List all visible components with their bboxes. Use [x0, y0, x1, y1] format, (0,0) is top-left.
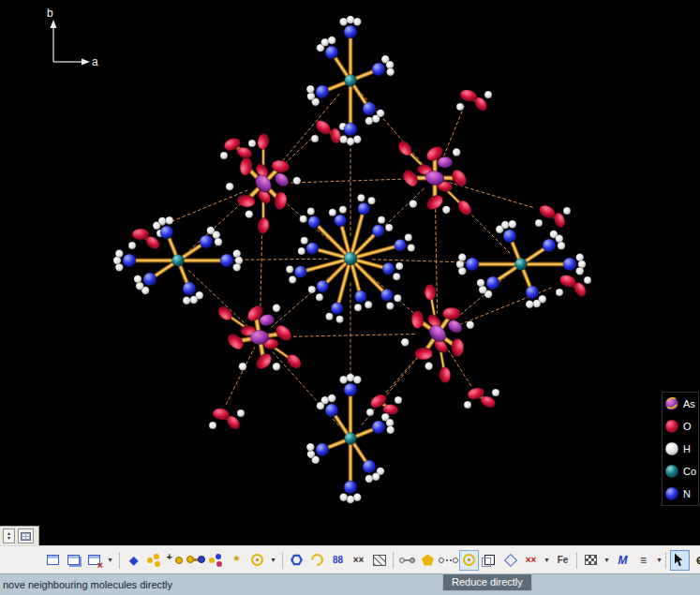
picture-nav-controls: ▴ ▾: [0, 526, 39, 545]
unit-cell-icon: [484, 555, 495, 565]
h-atom-sphere-icon: [664, 441, 679, 456]
structure-viewport[interactable]: b a AsOHCoN ▴ ▾: [0, 0, 700, 545]
remove-atoms-dropdown[interactable]: ▾: [542, 550, 552, 571]
create-bonds-button[interactable]: [397, 550, 417, 571]
pattern-style-button[interactable]: [581, 550, 601, 571]
pack-range-arc-icon: [308, 551, 325, 568]
toolbar-separator: [282, 552, 283, 569]
select-mode-icon: [675, 554, 685, 567]
coordination-sphere-dropdown[interactable]: ▾: [268, 550, 278, 571]
remove-atoms-button[interactable]: ××: [521, 550, 541, 571]
copy-picture-button[interactable]: [64, 550, 83, 571]
legend: AsOHCoN: [662, 392, 699, 506]
select-mode-button[interactable]: [670, 550, 690, 571]
pattern-style-icon: [585, 555, 597, 565]
move-mode-icon: ⊕: [695, 555, 700, 566]
pack-polymer-button[interactable]: 88: [328, 550, 348, 571]
legend-label: Co: [683, 466, 696, 477]
grow-cluster-icon: [209, 554, 223, 566]
copy-picture-icon: [67, 555, 80, 565]
legend-item-as: As: [664, 395, 696, 412]
o-atom-sphere-icon: [664, 419, 679, 434]
pack-lattice-icon: ××: [353, 556, 365, 565]
tooltip: Reduce directly: [442, 573, 532, 591]
create-bonds-icon: [401, 559, 413, 561]
status-bar: nove neighbouring molecules directly: [0, 573, 700, 595]
element-fe-icon: Fe: [558, 556, 569, 565]
build-molecules-icon: ◆: [129, 555, 138, 566]
pack-hexagon-icon: [290, 554, 303, 566]
destroy-picture-dropdown[interactable]: ▾: [105, 550, 115, 571]
new-picture-button[interactable]: [43, 550, 63, 571]
molecule-drawing: [113, 16, 591, 503]
reduce-icon: [463, 554, 475, 566]
application-window: b a AsOHCoN ▴ ▾ ▾◆*▾88××××▾Fe▾M≡▾⊕↻ nove…: [0, 0, 700, 595]
remove-atoms-icon: ××: [526, 556, 537, 565]
pack-polymer-icon: 88: [333, 556, 343, 565]
as-atom-sphere-icon: [664, 396, 679, 411]
fill-slab-icon: [373, 555, 386, 566]
status-text: nove neighbouring molecules directly: [3, 579, 172, 590]
axis-a-label: a: [92, 55, 98, 68]
add-atom-icon: [168, 554, 183, 566]
axis-b-label: b: [47, 7, 53, 20]
legend-item-h: H: [664, 440, 696, 457]
n-atom-sphere-icon: [664, 486, 679, 501]
pack-hexagon-button[interactable]: [287, 550, 306, 571]
coordination-sphere-button[interactable]: [247, 550, 267, 571]
measure-icon: M: [618, 555, 628, 566]
pattern-style-dropdown[interactable]: ▾: [602, 550, 612, 571]
picture-spinner[interactable]: ▴ ▾: [3, 528, 15, 543]
polyhedra-button[interactable]: [418, 550, 438, 571]
complete-fragments-button[interactable]: *: [227, 550, 246, 571]
pack-lattice-button[interactable]: ××: [349, 550, 368, 571]
legend-label: As: [683, 398, 695, 409]
connect-atoms-button[interactable]: [186, 550, 205, 571]
add-all-atoms-button[interactable]: [144, 550, 164, 571]
spinner-down-icon: ▾: [7, 536, 10, 541]
build-molecules-button[interactable]: ◆: [124, 550, 143, 571]
toolbar-separator: [393, 552, 394, 569]
toolbar-options-button[interactable]: ≡: [633, 550, 653, 571]
co-atom-sphere-icon: [664, 464, 679, 479]
axis-b-arrowhead: [51, 20, 57, 28]
axis-indicator: b a: [47, 7, 98, 68]
contacts-button[interactable]: [439, 550, 458, 571]
complete-fragments-icon: *: [234, 553, 240, 567]
unit-cell-button[interactable]: [480, 550, 499, 571]
pack-range-arc-button[interactable]: [307, 550, 327, 571]
structure-canvas[interactable]: b a: [0, 0, 700, 545]
fill-slab-button[interactable]: [369, 550, 389, 571]
toolbar-separator: [576, 552, 577, 569]
legend-item-o: O: [664, 418, 696, 435]
destroy-picture-button[interactable]: [84, 550, 104, 571]
toolbar-separator: [665, 552, 666, 569]
contacts-icon: [441, 559, 455, 561]
table-grid-icon: [21, 532, 31, 541]
legend-item-co: Co: [664, 463, 696, 480]
move-mode-button[interactable]: ⊕: [691, 550, 700, 571]
element-fe-button[interactable]: Fe: [553, 550, 573, 571]
reduce-button[interactable]: [459, 550, 479, 571]
cell-range-icon: [503, 553, 516, 566]
grow-cluster-button[interactable]: [206, 550, 226, 571]
connect-atoms-icon: [188, 558, 203, 561]
toolbar-options-dropdown[interactable]: ▾: [654, 550, 664, 571]
table-view-button[interactable]: [18, 528, 34, 543]
legend-label: H: [683, 443, 691, 454]
toolbar: ▾◆*▾88××××▾Fe▾M≡▾⊕↻: [0, 545, 700, 573]
measure-button[interactable]: M: [613, 550, 633, 571]
destroy-picture-icon: [88, 555, 100, 565]
toolbar-options-icon: ≡: [640, 555, 647, 566]
axis-a-arrowhead: [82, 59, 90, 66]
coordination-sphere-icon: [251, 554, 263, 566]
cell-range-button[interactable]: [500, 550, 520, 571]
polyhedra-icon: [422, 555, 434, 566]
legend-item-n: N: [664, 485, 696, 502]
legend-label: O: [683, 421, 692, 432]
legend-label: N: [683, 488, 691, 499]
add-all-atoms-icon: [147, 554, 161, 566]
toolbar-separator: [119, 552, 120, 569]
add-atom-button[interactable]: [165, 550, 185, 571]
new-picture-icon: [47, 555, 59, 565]
